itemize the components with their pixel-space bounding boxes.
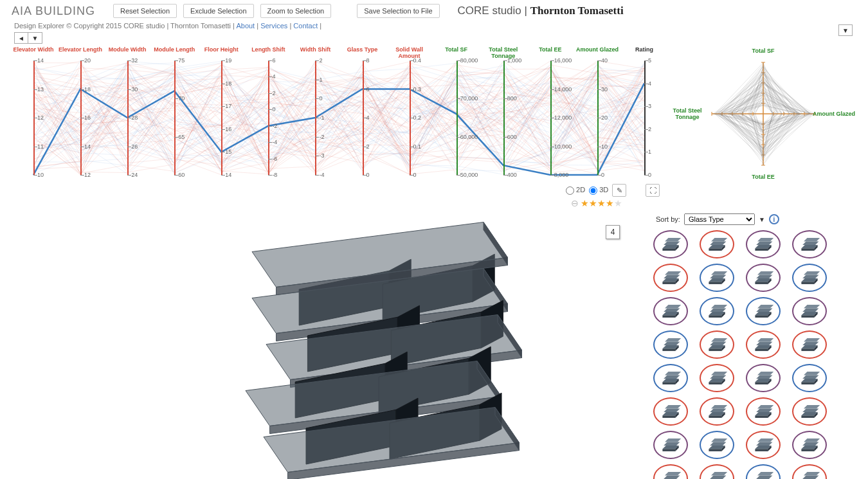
svg-marker-134	[711, 238, 727, 241]
svg-marker-196	[755, 348, 768, 351]
axis-label: Elevator Length	[58, 46, 103, 53]
star-icon[interactable]: ★	[597, 198, 606, 208]
design-thumbnail[interactable]	[653, 464, 688, 479]
star-icon[interactable]: ★	[606, 198, 614, 208]
svg-marker-143	[802, 242, 818, 245]
design-thumbnail[interactable]	[746, 364, 781, 392]
reset-selection-button[interactable]: Reset Selection	[113, 4, 177, 18]
radar-dropdown-button[interactable]: ▼	[838, 24, 853, 36]
main-3d-viewport[interactable]: 4	[0, 211, 649, 479]
svg-marker-241	[801, 415, 814, 418]
parallel-coords-chart[interactable]: Elevator Width1011121314Elevator Length1…	[14, 46, 664, 181]
svg-marker-191	[709, 348, 721, 351]
design-thumbnail[interactable]	[653, 330, 688, 359]
contact-link[interactable]: Contact	[293, 22, 318, 30]
design-thumbnail[interactable]	[653, 230, 688, 258]
svg-marker-284	[804, 472, 820, 475]
svg-marker-188	[664, 342, 680, 345]
svg-marker-219	[757, 372, 773, 375]
edit-icon[interactable]: ✎	[612, 184, 626, 197]
svg-marker-238	[756, 409, 772, 412]
prev-arrow-button[interactable]: ◄	[14, 32, 28, 44]
zoom-selection-button[interactable]: Zoom to Selection	[260, 4, 332, 18]
minus-icon[interactable]: ⊖	[571, 198, 579, 208]
design-thumbnail[interactable]	[746, 431, 781, 459]
design-thumbnail[interactable]	[700, 297, 734, 325]
design-thumbnail[interactable]	[746, 397, 781, 426]
design-thumbnail[interactable]	[700, 464, 734, 479]
svg-marker-129	[665, 238, 681, 241]
svg-marker-274	[711, 472, 727, 475]
axis-label: Module Width	[105, 46, 150, 53]
svg-marker-178	[756, 309, 772, 312]
rating-stars[interactable]: ⊖ ★★★★★	[571, 198, 868, 208]
svg-marker-234	[711, 405, 727, 408]
svg-marker-128	[664, 242, 680, 245]
radar-axis-right: Amount Glazed	[813, 111, 855, 117]
design-thumbnail[interactable]	[653, 264, 688, 292]
svg-marker-253	[710, 442, 726, 446]
axis-label: Floor Height	[199, 46, 244, 53]
design-thumbnail[interactable]	[653, 297, 688, 325]
about-link[interactable]: About	[236, 22, 255, 30]
design-thumbnail[interactable]	[792, 330, 827, 359]
design-thumbnail[interactable]	[700, 264, 734, 292]
design-thumbnail[interactable]	[700, 397, 734, 426]
svg-marker-144	[804, 238, 820, 241]
svg-marker-264	[804, 438, 820, 442]
svg-marker-273	[710, 476, 726, 479]
svg-marker-149	[665, 271, 681, 275]
svg-marker-228	[664, 409, 680, 412]
services-link[interactable]: Services	[260, 22, 287, 30]
mode-3d-radio[interactable]: 3D	[589, 186, 608, 195]
design-thumbnail[interactable]	[792, 397, 827, 426]
design-thumbnail[interactable]	[700, 330, 734, 359]
design-thumbnail[interactable]	[700, 230, 734, 258]
svg-marker-133	[710, 242, 726, 245]
dropdown-arrow-button[interactable]: ▼	[28, 32, 42, 44]
svg-marker-261	[801, 449, 814, 451]
design-thumbnail[interactable]	[792, 364, 827, 392]
design-thumbnail[interactable]	[653, 431, 688, 459]
design-thumbnail[interactable]	[746, 464, 781, 479]
copyright-line: Design Explorer © Copyright 2015 CORE st…	[0, 22, 868, 32]
design-thumbnail[interactable]	[653, 397, 688, 426]
mode-2d-radio[interactable]: 2D	[566, 186, 585, 195]
svg-marker-246	[662, 449, 675, 451]
svg-marker-221	[801, 382, 814, 384]
info-icon[interactable]: i	[769, 214, 779, 224]
exclude-selection-button[interactable]: Exclude Selection	[183, 4, 253, 18]
design-thumbnail[interactable]	[792, 297, 827, 325]
svg-marker-224	[804, 372, 820, 375]
save-selection-button[interactable]: Save Selection to File	[357, 4, 439, 18]
star-icon[interactable]: ★	[589, 198, 597, 208]
svg-marker-201	[801, 348, 814, 351]
sort-select[interactable]: Glass TypeTotal SFTotal EERating	[684, 213, 755, 225]
design-thumbnail[interactable]	[746, 264, 781, 292]
design-thumbnail[interactable]	[700, 431, 734, 459]
svg-marker-259	[757, 438, 773, 442]
radar-axis-top: Total SF	[752, 48, 775, 54]
design-thumbnail[interactable]	[746, 230, 781, 258]
thumbnail-scroll[interactable]	[649, 228, 855, 479]
axis-label: Elevator Width	[11, 46, 56, 53]
svg-marker-193	[710, 342, 726, 345]
svg-marker-173	[710, 309, 726, 312]
design-thumbnail[interactable]	[792, 431, 827, 459]
star-icon[interactable]: ★	[581, 198, 589, 208]
design-thumbnail[interactable]	[792, 230, 827, 258]
star-icon[interactable]: ★	[614, 198, 622, 208]
design-thumbnail[interactable]	[792, 264, 827, 292]
design-thumbnail[interactable]	[700, 364, 734, 392]
radar-chart[interactable]: ▼ Total SF Amount Glazed Total EE Total …	[670, 46, 856, 181]
svg-marker-169	[665, 305, 681, 308]
design-thumbnail[interactable]	[653, 364, 688, 392]
design-thumbnail[interactable]	[746, 330, 781, 359]
axis-label: Rating	[622, 46, 667, 53]
design-thumbnail[interactable]	[792, 464, 827, 479]
design-thumbnail[interactable]	[746, 297, 781, 325]
svg-marker-176	[755, 315, 768, 318]
svg-marker-183	[802, 309, 818, 312]
svg-marker-159	[757, 271, 773, 275]
fullscreen-icon[interactable]: ⛶	[646, 184, 660, 197]
